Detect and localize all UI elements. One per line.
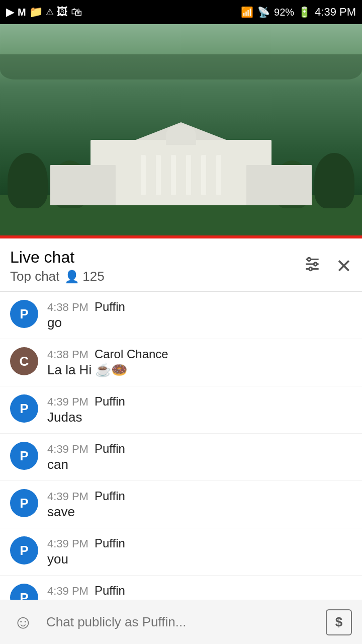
message-time: 4:39 PM xyxy=(47,490,88,503)
message-author: Puffin xyxy=(95,536,125,550)
bag-icon: 🛍 xyxy=(71,6,82,19)
video-thumbnail[interactable] xyxy=(0,24,362,235)
message-time: 4:39 PM xyxy=(47,537,88,550)
close-button[interactable]: ✕ xyxy=(336,257,352,276)
message-author: Puffin xyxy=(95,300,125,314)
chat-message[interactable]: P 4:39 PM Puffin Judas xyxy=(0,386,362,434)
status-bar: ▶ M 📁 ⚠ 🖼 🛍 📶 📡 92% 🔋 4:39 PM xyxy=(0,0,362,24)
chat-message[interactable]: P 4:39 PM Puffin you xyxy=(0,528,362,576)
message-time: 4:39 PM xyxy=(47,443,88,456)
message-content: 4:38 PM Carol Chance La la Hi ☕🍩 xyxy=(47,347,352,378)
message-time: 4:39 PM xyxy=(47,395,88,409)
message-content: 4:39 PM Puffin can xyxy=(47,442,352,472)
superchat-button[interactable]: $ xyxy=(324,607,354,637)
signal-icon: 📡 xyxy=(257,6,270,18)
message-author: Puffin xyxy=(95,442,125,456)
message-meta: 4:39 PM Puffin xyxy=(47,536,352,550)
treeline-bg xyxy=(0,54,362,79)
wifi-icon: 📶 xyxy=(241,6,253,18)
message-text: Judas xyxy=(47,410,352,425)
message-text: you xyxy=(47,551,352,567)
filter-icon[interactable] xyxy=(303,255,322,278)
viewer-count: 👤 125 xyxy=(64,269,104,284)
live-chat-title: Live chat xyxy=(10,248,105,267)
chat-messages: P 4:38 PM Puffin go C 4:38 PM Carol Chan… xyxy=(0,292,362,644)
message-content: 4:39 PM Puffin save xyxy=(47,489,352,520)
avatar: P xyxy=(10,489,38,517)
avatar: P xyxy=(10,536,38,565)
warning-icon: ⚠ xyxy=(46,7,54,18)
chat-header-right: ✕ xyxy=(303,255,352,278)
message-content: 4:39 PM Puffin Judas xyxy=(47,394,352,425)
chat-message[interactable]: C 4:38 PM Carol Chance La la Hi ☕🍩 xyxy=(0,339,362,386)
emoji-button[interactable]: ☺ xyxy=(8,607,38,637)
message-author: Carol Chance xyxy=(95,347,168,361)
image-icon: 🖼 xyxy=(57,6,68,19)
message-time: 4:39 PM xyxy=(47,585,88,598)
message-meta: 4:38 PM Carol Chance xyxy=(47,347,352,361)
avatar: P xyxy=(10,442,38,470)
message-meta: 4:38 PM Puffin xyxy=(47,300,352,314)
message-text: save xyxy=(47,504,352,520)
message-text: go xyxy=(47,315,352,331)
message-time: 4:38 PM xyxy=(47,348,88,361)
dome xyxy=(166,125,196,145)
avatar: P xyxy=(10,300,38,328)
person-icon: 👤 xyxy=(64,270,79,284)
chat-message[interactable]: P 4:39 PM Puffin can xyxy=(0,434,362,481)
chat-header: Live chat Top chat 👤 125 ✕ xyxy=(0,238,362,292)
emoji-icon: ☺ xyxy=(14,611,33,633)
message-text: La la Hi ☕🍩 xyxy=(47,362,352,378)
chat-header-left: Live chat Top chat 👤 125 xyxy=(10,248,105,284)
youtube-icon: ▶ xyxy=(6,6,15,19)
svg-point-5 xyxy=(309,267,312,270)
chat-sub: Top chat 👤 125 xyxy=(10,269,105,284)
message-meta: 4:39 PM Puffin xyxy=(47,584,352,598)
top-chat-label[interactable]: Top chat xyxy=(10,269,59,284)
message-content: 4:38 PM Puffin go xyxy=(47,300,352,331)
message-author: Puffin xyxy=(95,394,125,409)
clock: 4:39 PM xyxy=(315,6,356,19)
avatar: C xyxy=(10,347,38,375)
dollar-icon: $ xyxy=(326,609,352,635)
m-icon: M xyxy=(18,7,26,18)
message-author: Puffin xyxy=(95,584,125,598)
chat-input[interactable] xyxy=(46,608,316,636)
chat-message[interactable]: P 4:38 PM Puffin go xyxy=(0,292,362,339)
battery-icon: 🔋 xyxy=(298,6,311,18)
viewer-number: 125 xyxy=(82,269,104,284)
svg-point-4 xyxy=(314,263,317,266)
message-text: can xyxy=(47,457,352,472)
avatar: P xyxy=(10,394,38,423)
message-meta: 4:39 PM Puffin xyxy=(47,489,352,503)
svg-point-3 xyxy=(308,258,311,261)
message-meta: 4:39 PM Puffin xyxy=(47,394,352,409)
status-icons: ▶ M 📁 ⚠ 🖼 🛍 xyxy=(6,6,82,19)
status-right: 📶 📡 92% 🔋 4:39 PM xyxy=(241,6,356,19)
chat-input-bar: ☺ $ xyxy=(0,600,362,644)
message-meta: 4:39 PM Puffin xyxy=(47,442,352,456)
battery-percent: 92% xyxy=(274,7,294,18)
message-content: 4:39 PM Puffin you xyxy=(47,536,352,567)
chat-message[interactable]: P 4:39 PM Puffin save xyxy=(0,481,362,528)
message-author: Puffin xyxy=(95,489,125,503)
folder-icon: 📁 xyxy=(29,6,43,19)
message-time: 4:38 PM xyxy=(47,301,88,314)
